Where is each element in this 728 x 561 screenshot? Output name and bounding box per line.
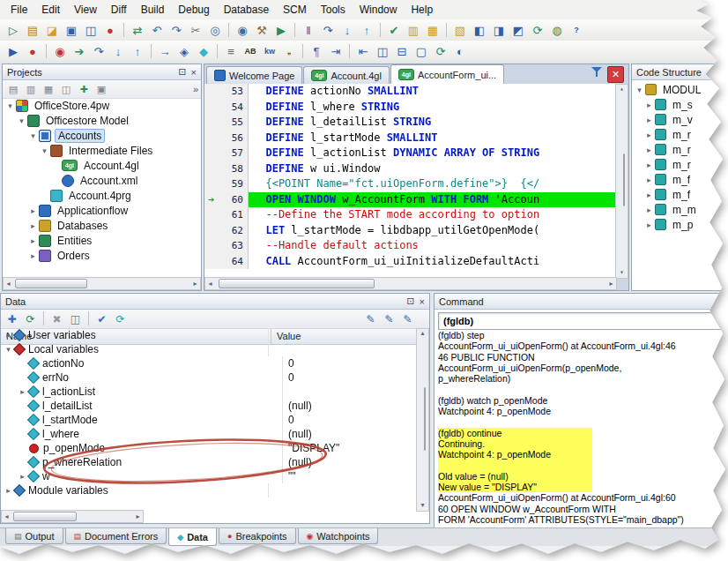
globe-icon[interactable]: ◍	[548, 21, 566, 39]
run-to-cursor-icon[interactable]: →	[156, 42, 174, 60]
menu-item-edit[interactable]: Edit	[34, 1, 67, 19]
code-line[interactable]: 57 DEFINE l_actionList DYNAMIC ARRAY OF …	[204, 146, 628, 161]
toolbar-overflow-chevron[interactable]: »	[193, 84, 198, 94]
layout-right-icon[interactable]: ◨	[490, 21, 508, 39]
tab-account-4gl[interactable]: 4glAccount.4gl	[303, 66, 389, 84]
save-all-icon[interactable]: ◫	[82, 21, 100, 39]
zoom-icon[interactable]: ◉	[234, 21, 251, 39]
record-icon[interactable]: ●	[24, 42, 41, 60]
scroll-up-arrow[interactable]: ▴	[616, 85, 628, 94]
structure-root[interactable]: ▾MODUL	[632, 82, 727, 97]
code-line[interactable]: 59 {<POINT Name="fct.uiOpenForm.define">…	[204, 176, 628, 192]
filter-icon[interactable]	[591, 67, 602, 77]
data-row-w[interactable]: ▸w""	[1, 469, 419, 483]
code-line[interactable]: 61 --Define the START mode according to …	[204, 207, 628, 223]
data-row-errno[interactable]: errNo0	[1, 370, 419, 385]
data-row-l-detaillist[interactable]: l_detailList(null)	[1, 399, 419, 413]
refresh-icon[interactable]: ⟳	[529, 21, 546, 39]
search-icon[interactable]: ◎	[206, 21, 224, 39]
stop-icon[interactable]: ●	[101, 21, 119, 39]
expander-icon[interactable]: ▸	[28, 206, 38, 215]
tree-item-account-4gl[interactable]: 4glAccount.4gl	[3, 158, 201, 173]
expander-icon[interactable]: ▸	[644, 146, 654, 154]
tree-item-account-4prg[interactable]: Account.4prg	[3, 188, 201, 203]
callstack-icon[interactable]: ≡	[222, 42, 240, 60]
redo-icon[interactable]: ↷	[167, 21, 185, 39]
scroll-left-arrow[interactable]: ◂	[4, 280, 13, 288]
bottom-tab-watchpoints[interactable]: ◉Watchpoints	[298, 528, 379, 544]
pilcrow-icon[interactable]: ¶	[308, 42, 325, 60]
step-over-icon[interactable]: ↷	[319, 21, 337, 39]
scroll-right-arrow[interactable]: ▸	[606, 280, 616, 288]
scroll-left-arrow[interactable]: ◂	[205, 280, 215, 288]
variables-icon[interactable]: ◆	[195, 42, 212, 60]
data-row-actionno[interactable]: actionNo0	[1, 356, 419, 370]
quotes-icon[interactable]: „	[280, 42, 298, 60]
expander-icon[interactable]: ▸	[644, 131, 654, 139]
structure-item-1[interactable]: ▸m_v	[632, 112, 727, 127]
menu-item-view[interactable]: View	[67, 1, 104, 19]
expander-icon[interactable]: ▸	[18, 469, 27, 483]
tree-item-officestore-4pw[interactable]: ▾OfficeStore.4pw	[3, 98, 201, 113]
expander-icon[interactable]: ▸	[28, 251, 38, 260]
step-out2-icon[interactable]: ↑	[129, 42, 146, 60]
structure-item-8[interactable]: ▸m_p	[632, 217, 727, 232]
close-icon[interactable]: ×	[191, 67, 197, 78]
menu-item-file[interactable]: File	[4, 1, 34, 19]
bottom-tab-document-errors[interactable]: ▤Document Errors	[65, 528, 167, 544]
project-diagram-icon[interactable]: ▦	[41, 82, 56, 97]
structure-item-7[interactable]: ▸m_m	[632, 202, 727, 217]
tile-vertical-icon[interactable]: ⊟	[393, 42, 411, 60]
delete-watch-icon[interactable]: ✖	[48, 311, 65, 327]
code-line[interactable]: 64 CALL AccountForm_ui_uiInitializeDefau…	[204, 254, 628, 270]
sync-icon[interactable]: ⟳	[432, 42, 449, 60]
format-hex-pencil-icon[interactable]: ✎	[381, 311, 397, 327]
data-row-user-variables[interactable]: ▸User variables	[1, 328, 419, 342]
cascade-icon[interactable]: ▢	[412, 42, 430, 60]
projects-horizontal-scrollbar[interactable]: ◂ ▸	[3, 277, 201, 290]
data-row-l-where[interactable]: l_where(null)	[1, 427, 419, 441]
import-export-icon[interactable]: ⇄	[129, 21, 146, 39]
breakpoint-icon[interactable]: ◉	[51, 42, 69, 60]
open-folder-icon[interactable]: ◪	[43, 21, 61, 39]
tree-item-orders[interactable]: ▸Orders	[3, 248, 201, 263]
command-output[interactable]: (fgldb) stepAccountForm_ui_uiOpenForm() …	[438, 330, 718, 527]
save-icon[interactable]: ▣	[63, 21, 80, 39]
editor-horizontal-scrollbar[interactable]: ◂ ▸	[204, 277, 617, 290]
data-row-module-variables[interactable]: ▸Module variables	[1, 483, 419, 497]
new-project-icon[interactable]: ▤	[5, 82, 21, 97]
add-watch-icon[interactable]: ✚	[4, 311, 20, 327]
structure-item-6[interactable]: ▸m_f	[632, 187, 727, 202]
data-row-p-openmode[interactable]: p_openMode"DISPLAY"	[1, 441, 419, 455]
dock-icon[interactable]: ⊡	[406, 295, 414, 307]
database-table-icon[interactable]: ▦	[424, 21, 442, 39]
info-icon[interactable]: ◐	[451, 42, 469, 60]
cut-icon[interactable]: ✂	[187, 21, 204, 39]
menu-item-database[interactable]: Database	[217, 1, 276, 19]
format-decimal-pencil-icon[interactable]: ✎	[362, 311, 379, 327]
menu-item-help[interactable]: Help	[404, 1, 440, 19]
structure-item-4[interactable]: ▸m_r	[632, 157, 727, 172]
step-in-icon[interactable]: ↓	[109, 42, 127, 60]
run-icon[interactable]: ▷	[4, 21, 22, 39]
expander-icon[interactable]: ▸	[644, 161, 654, 169]
expander-icon[interactable]: ▸	[4, 483, 13, 497]
expander-icon[interactable]: ▸	[644, 191, 654, 199]
database-query-icon[interactable]: ▧	[451, 21, 469, 39]
close-icon[interactable]: ×	[717, 296, 723, 307]
project-add-icon[interactable]: ✚	[76, 82, 92, 97]
scroll-right-arrow[interactable]: ▸	[190, 280, 200, 288]
tile-horizontal-icon[interactable]: ◫	[374, 42, 391, 60]
database-icon[interactable]: ▥	[405, 21, 422, 39]
layout-grid-icon[interactable]: ◩	[509, 21, 527, 39]
menu-item-debug[interactable]: Debug	[171, 1, 216, 19]
menu-item-diff[interactable]: Diff	[104, 1, 134, 19]
structure-item-0[interactable]: ▸m_s	[632, 97, 727, 112]
code-line[interactable]: 53 DEFINE actionNo SMALLINT	[204, 84, 628, 100]
structure-item-3[interactable]: ▸m_r	[632, 142, 727, 157]
continue-icon[interactable]: ➔	[71, 42, 88, 60]
expander-icon[interactable]: ▸	[644, 116, 654, 124]
code-line[interactable]: 55 DEFINE l_detailList STRING	[204, 115, 628, 131]
format-edit-pencil-icon[interactable]: ✎	[399, 311, 416, 327]
code-line[interactable]: 62 LET l_startMode = libdbapp_utilGetOpe…	[204, 223, 628, 239]
